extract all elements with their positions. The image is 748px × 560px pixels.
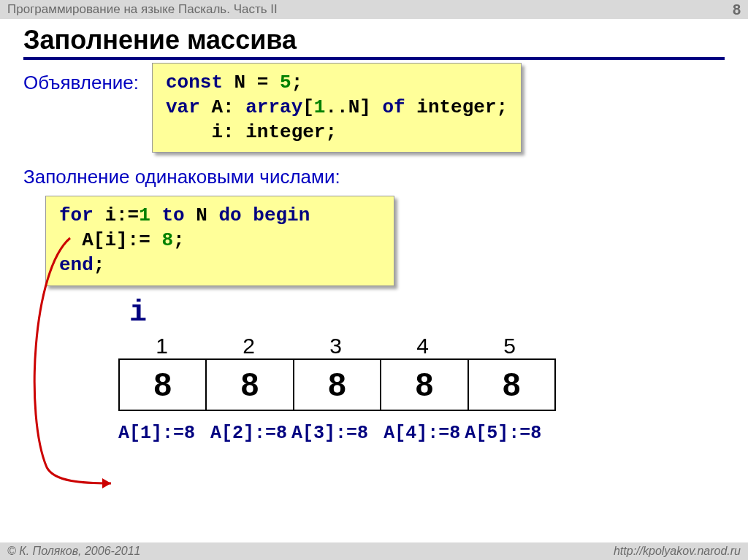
assignment-step: A[4]:=8 <box>383 423 460 444</box>
loop-variable-label: i <box>129 296 725 329</box>
copyright: © К. Поляков, 2006-2011 <box>7 545 140 558</box>
array-cells: 8 8 8 8 8 <box>118 358 556 411</box>
assignment-trace: A[1]:=8 A[2]:=8A[3]:=8 A[4]:=8A[5]:=8 <box>118 423 725 444</box>
code-declaration: const N = 5; var A: array[1..N] of integ… <box>152 63 522 153</box>
array-cell: 8 <box>120 360 207 410</box>
header-bar: Программирование на языке Паскаль. Часть… <box>0 0 748 19</box>
assignment-step: A[1]:=8 <box>118 423 195 444</box>
array-visualization: 1 2 3 4 5 8 8 8 8 8 <box>118 334 725 411</box>
declaration-row: Объявление: const N = 5; var A: array[1.… <box>23 63 725 153</box>
declaration-label: Объявление: <box>23 63 139 94</box>
assignment-step: A[3]:=8 <box>291 423 368 444</box>
array-index: 5 <box>466 334 553 358</box>
array-indices: 1 2 3 4 5 <box>118 334 725 358</box>
array-index: 4 <box>379 334 466 358</box>
array-cell: 8 <box>381 360 468 410</box>
breadcrumb: Программирование на языке Паскаль. Часть… <box>7 2 278 17</box>
source-url: http://kpolyakov.narod.ru <box>614 545 741 558</box>
assignment-step: A[2]:=8 <box>210 423 287 444</box>
array-index: 3 <box>292 334 379 358</box>
page-title: Заполнение массива <box>23 25 725 60</box>
page-number: 8 <box>733 1 741 18</box>
array-cell: 8 <box>207 360 294 410</box>
array-index: 2 <box>205 334 292 358</box>
slide-content: Заполнение массива Объявление: const N =… <box>0 19 748 444</box>
svg-marker-0 <box>102 478 111 488</box>
array-index: 1 <box>118 334 205 358</box>
fill-label: Заполнение одинаковыми числами: <box>23 166 725 188</box>
array-cell: 8 <box>469 360 554 410</box>
code-fill: for i:=1 to N do begin A[i]:= 8; end; <box>45 196 394 285</box>
footer-bar: © К. Поляков, 2006-2011 http://kpolyakov… <box>0 542 748 560</box>
array-cell: 8 <box>294 360 381 410</box>
assignment-step: A[5]:=8 <box>465 423 541 444</box>
